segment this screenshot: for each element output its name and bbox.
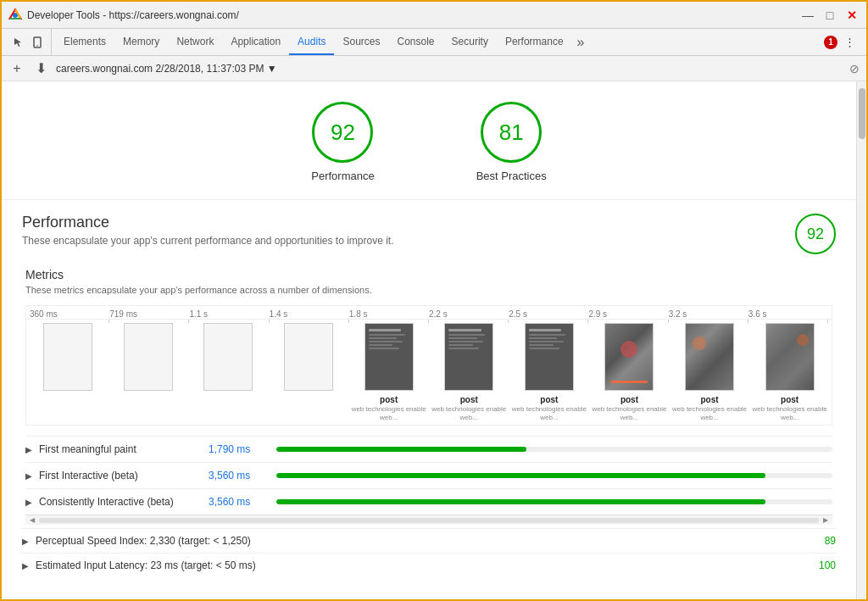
tick-0: 360 ms: [30, 309, 109, 319]
metric-perceptual-speed[interactable]: ▶ Perceptual Speed Index: 2,330 (target:…: [22, 528, 836, 553]
metric-name-fmp: First meaningful paint: [39, 443, 209, 455]
tab-memory[interactable]: Memory: [114, 29, 168, 55]
content-area: 92 Performance 81 Best Practices Perform…: [2, 81, 856, 599]
frame-thumb-9: [765, 323, 815, 391]
tab-console[interactable]: Console: [389, 29, 443, 55]
tab-network[interactable]: Network: [168, 29, 222, 55]
timeline-container: 360 ms 719 ms 1.1 s 1.4 s 1.8 s 2.2 s 2.…: [25, 305, 832, 426]
metric-first-interactive[interactable]: ▶ First Interactive (beta) 3,560 ms: [25, 462, 832, 488]
frame-9: post web technologies enable web...: [751, 323, 828, 421]
window-controls: — □ ✕: [800, 8, 860, 23]
tab-audits[interactable]: Audits: [289, 29, 334, 55]
metric-consistently-interactive[interactable]: ▶ Consistently Interactive (beta) 3,560 …: [25, 488, 832, 515]
title-bar: Developer Tools - https://careers.wongna…: [2, 2, 866, 29]
metric-name-fi: First Interactive (beta): [39, 470, 209, 481]
score-cards-section: 92 Performance 81 Best Practices: [2, 81, 856, 200]
frame-2: [190, 323, 267, 394]
scroll-right-arrow[interactable]: ▶: [821, 516, 831, 525]
metric-value-fmp: 1,790 ms: [209, 443, 276, 455]
tick-4: 1.8 s: [349, 309, 429, 319]
performance-score-label: Performance: [311, 170, 374, 182]
frame-thumb-6: [525, 323, 574, 391]
metric-estimated-input[interactable]: ▶ Estimated Input Latency: 23 ms (target…: [22, 553, 836, 577]
tick-1: 719 ms: [109, 309, 189, 319]
performance-header: Performance These encapsulate your app's…: [22, 214, 836, 254]
new-tab-button[interactable]: +: [8, 60, 25, 77]
tab-sources[interactable]: Sources: [334, 29, 388, 55]
tab-performance[interactable]: Performance: [497, 29, 572, 55]
frame-thumb-2: [203, 323, 253, 391]
url-display[interactable]: careers.wongnai.com 2/28/2018, 11:37:03 …: [56, 63, 843, 75]
metrics-title: Metrics: [25, 268, 832, 281]
scroll-left-arrow[interactable]: ◀: [27, 516, 37, 525]
frame-caption-6: post web technologies enable web...: [511, 394, 588, 421]
frame-8: post web technologies enable web...: [671, 323, 748, 421]
metric-value-fi: 3,560 ms: [209, 470, 276, 481]
frame-caption-9: post web technologies enable web...: [751, 394, 828, 421]
metric-bar-fill-ci: [276, 499, 765, 504]
frame-thumb-1: [124, 323, 173, 391]
frame-thumb-4: [364, 323, 414, 391]
mobile-icon[interactable]: [29, 34, 46, 51]
timeline-frames: post web technologies enable web...: [26, 320, 832, 425]
cursor-icon[interactable]: [10, 34, 27, 51]
metric-bar-fill-fmp: [276, 447, 526, 452]
tab-security[interactable]: Security: [443, 29, 497, 55]
horizontal-scrollbar[interactable]: ◀ ▶: [25, 515, 832, 525]
devtools-window: Developer Tools - https://careers.wongna…: [0, 0, 868, 601]
devtools-navbar: Elements Memory Network Application Audi…: [2, 29, 866, 56]
metrics-section: Metrics These metrics encapsulate your a…: [22, 268, 836, 525]
addl-metric-name-ps: Perceptual Speed Index: 2,330 (target: <…: [36, 535, 802, 547]
frame-6: post web technologies enable web...: [511, 323, 588, 421]
tab-elements[interactable]: Elements: [55, 29, 114, 55]
score-card-performance: 92 Performance: [311, 102, 374, 182]
scrollbar-thumb[interactable]: [859, 88, 865, 139]
error-badge: 1: [824, 36, 837, 49]
expand-arrow-ci: ▶: [25, 498, 39, 507]
performance-section: Performance These encapsulate your app's…: [2, 200, 856, 594]
main-content: 92 Performance 81 Best Practices Perform…: [2, 81, 866, 599]
frame-thumb-5: [444, 323, 493, 391]
performance-header-text: Performance These encapsulate your app's…: [22, 214, 394, 247]
metric-name-ci: Consistently Interactive (beta): [39, 496, 209, 508]
tick-5: 2.2 s: [429, 309, 509, 319]
timeline-ruler: 360 ms 719 ms 1.1 s 1.4 s 1.8 s 2.2 s 2.…: [26, 306, 832, 320]
tick-9: 3.6 s: [748, 309, 828, 319]
download-button[interactable]: ⬇: [32, 60, 49, 77]
expand-arrow-ei: ▶: [22, 561, 36, 570]
more-tabs-button[interactable]: »: [572, 29, 590, 55]
metric-first-meaningful-paint[interactable]: ▶ First meaningful paint 1,790 ms: [25, 436, 832, 462]
frame-caption-8: post web technologies enable web...: [671, 394, 748, 421]
frame-1: [110, 323, 187, 394]
frame-caption-5: post web technologies enable web...: [431, 394, 508, 421]
minimize-button[interactable]: —: [800, 8, 815, 23]
frame-7: post web technologies enable web...: [591, 323, 668, 421]
toolbar-icons: [5, 29, 52, 55]
performance-section-desc: These encapsulate your app's current per…: [22, 235, 394, 247]
metric-bar-fmp: [276, 447, 832, 452]
addl-metric-score-ei: 100: [802, 559, 836, 571]
maximize-button[interactable]: □: [822, 8, 837, 23]
performance-section-title: Performance: [22, 214, 394, 231]
metric-value-ci: 3,560 ms: [209, 496, 276, 508]
scroll-track[interactable]: [39, 518, 819, 523]
tick-3: 1.4 s: [270, 309, 349, 319]
settings-icon[interactable]: ⋮: [841, 34, 858, 51]
performance-section-score: 92: [795, 214, 836, 254]
devtools-tabs: Elements Memory Network Application Audi…: [52, 29, 819, 55]
tick-7: 2.9 s: [588, 309, 668, 319]
frame-3: [270, 323, 348, 394]
frame-thumb-8: [685, 323, 734, 391]
tick-8: 3.2 s: [669, 309, 748, 319]
block-icon[interactable]: ⊘: [849, 62, 860, 75]
frame-4: post web technologies enable web...: [350, 323, 427, 421]
tab-application[interactable]: Application: [222, 29, 289, 55]
svg-point-3: [36, 45, 38, 47]
performance-score-value: 92: [331, 120, 355, 146]
vertical-scrollbar[interactable]: [856, 81, 866, 599]
frame-caption-7: post web technologies enable web...: [591, 394, 668, 421]
toolbar-right: 1 ⋮: [819, 34, 863, 51]
frame-caption-4: post web technologies enable web...: [350, 394, 427, 421]
close-button[interactable]: ✕: [844, 8, 860, 23]
frame-thumb-0: [43, 323, 92, 391]
